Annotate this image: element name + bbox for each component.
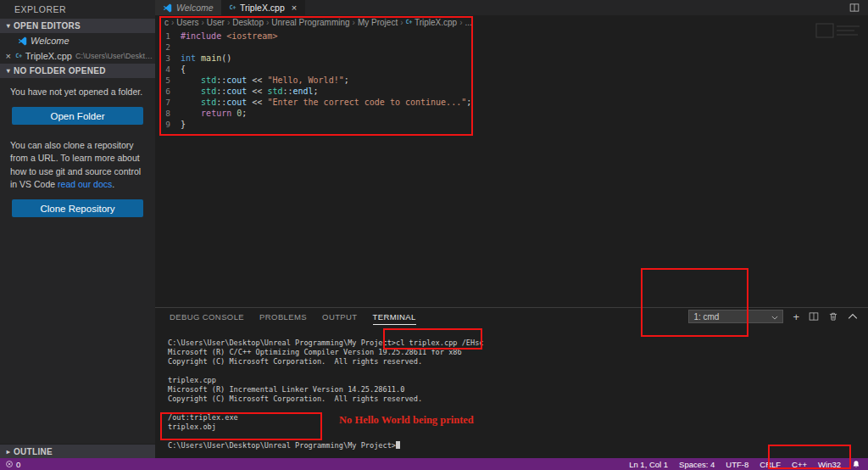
maximize-panel-icon[interactable] (848, 311, 858, 322)
terminal-line: Microsoft (R) C/C++ Optimizing Compiler … (168, 348, 484, 357)
breadcrumb: c › Users › User › Desktop › Unreal Prog… (155, 15, 868, 29)
tab-triplex-cpp[interactable]: C+ TripleX.cpp × (222, 0, 306, 15)
tab-terminal[interactable]: TERMINAL (373, 309, 416, 325)
code-line[interactable]: 7 std::cout << "Enter the correct code t… (155, 97, 471, 108)
terminal-select-value: 1: cmd (693, 312, 719, 322)
problems-count: 0 (16, 460, 20, 469)
tab-label: TripleX.cpp (240, 3, 285, 13)
open-folder-button[interactable]: Open Folder (12, 107, 143, 125)
terminal-cursor (396, 441, 400, 449)
terminal-line: C:\Users\User\Desktop\Unreal Programming… (168, 441, 484, 450)
chevron-down-icon: ▾ (3, 67, 14, 75)
chevron-right-icon: ▸ (3, 448, 14, 456)
code-line[interactable]: 3int main() (155, 53, 471, 64)
eol-sequence[interactable]: CRLF (760, 460, 781, 469)
breadcrumb-separator-icon: › (400, 18, 403, 27)
breadcrumb-separator-icon: › (266, 18, 269, 27)
cursor-position[interactable]: Ln 1, Col 1 (629, 460, 668, 469)
open-editor-path: C:\Users\User\Desktop\... (75, 52, 155, 60)
panel-tabs: DEBUG CONSOLE PROBLEMS OUTPUT TERMINAL (155, 309, 416, 325)
no-folder-section-header[interactable]: ▾ NO FOLDER OPENED (0, 64, 155, 78)
chevron-down-icon: ▾ (3, 22, 14, 30)
split-editor-icon[interactable] (849, 3, 860, 13)
problems-indicator[interactable]: 0 (0, 460, 20, 469)
explorer-title: EXPLORER (0, 0, 155, 19)
chevron-down-icon (771, 312, 778, 322)
kill-terminal-icon[interactable] (828, 311, 838, 322)
code-editor[interactable]: 1#include <iostream>23int main()4{5 std:… (155, 31, 471, 130)
indentation[interactable]: Spaces: 4 (679, 460, 715, 469)
status-bar: 0 Ln 1, Col 1 Spaces: 4 UTF-8 CRLF C++ W… (0, 458, 868, 470)
terminal-output[interactable]: C:\Users\User\Desktop\Unreal Programming… (168, 339, 484, 450)
language-mode[interactable]: C++ (792, 460, 807, 469)
breadcrumb-item[interactable]: c (164, 18, 169, 27)
cpp-file-icon: C+ (15, 53, 21, 59)
terminal-line (168, 432, 484, 441)
code-line[interactable]: 2 (155, 42, 471, 53)
platform-toolset[interactable]: Win32 (818, 460, 841, 469)
breadcrumb-item[interactable]: User (207, 18, 225, 27)
code-line[interactable]: 6 std::cout << std::endl; (155, 86, 471, 97)
editor-tab-bar: Welcome C+ TripleX.cpp × (155, 0, 868, 15)
line-number: 9 (155, 119, 181, 130)
new-terminal-icon[interactable]: + (793, 311, 799, 322)
breadcrumb-item[interactable]: My Project (358, 18, 398, 27)
open-editor-label: TripleX.cpp (25, 51, 72, 61)
breadcrumb-item[interactable]: ... (465, 18, 472, 27)
breadcrumb-item-file[interactable]: C+ TripleX.cpp (406, 18, 458, 27)
close-tab-icon[interactable]: × (292, 3, 297, 13)
line-number: 8 (155, 108, 181, 119)
tab-problems[interactable]: PROBLEMS (259, 309, 307, 325)
vscode-window: EXPLORER ▾ OPEN EDITORS Welcome × C+ Tri… (0, 0, 868, 470)
code-text: std::cout << std::endl; (181, 86, 319, 97)
breadcrumb-item[interactable]: Users (176, 18, 198, 27)
code-text: int main() (181, 53, 231, 64)
vscode-logo-icon (18, 36, 27, 46)
breadcrumb-separator-icon: › (459, 18, 462, 27)
vscode-logo-icon (163, 3, 172, 13)
code-line[interactable]: 1#include <iostream> (155, 31, 471, 42)
split-terminal-icon[interactable] (809, 311, 819, 322)
tab-debug-console[interactable]: DEBUG CONSOLE (170, 309, 244, 325)
code-line[interactable]: 5 std::cout << "Hello, World!"; (155, 75, 471, 86)
editor-actions (849, 0, 868, 15)
line-number: 2 (155, 42, 181, 53)
terminal-line: /out:triplex.exe (168, 413, 484, 422)
code-line[interactable]: 8 return 0; (155, 108, 471, 119)
breadcrumb-separator-icon: › (201, 18, 203, 27)
open-editors-section-header[interactable]: ▾ OPEN EDITORS (0, 19, 155, 33)
breadcrumb-item: TripleX.cpp (415, 18, 457, 27)
clone-repository-button[interactable]: Clone Repository (12, 199, 143, 217)
no-folder-message: You have not yet opened a folder. (0, 78, 155, 104)
open-editor-item-triplex[interactable]: × C+ TripleX.cpp C:\Users\User\Desktop\.… (0, 48, 155, 64)
breadcrumb-separator-icon: › (353, 18, 355, 27)
line-number: 6 (155, 86, 181, 97)
outline-label: OUTLINE (14, 447, 53, 456)
annotation-box-terminal-dropdown (641, 268, 748, 337)
code-line[interactable]: 9} (155, 119, 471, 130)
code-line[interactable]: 4{ (155, 64, 471, 75)
outline-section-header[interactable]: ▸ OUTLINE (0, 444, 155, 458)
line-number: 7 (155, 97, 181, 108)
code-text: return 0; (181, 108, 247, 119)
notifications-bell-icon[interactable] (852, 460, 860, 468)
clone-message-period: . (112, 179, 114, 189)
no-folder-label: NO FOLDER OPENED (14, 66, 106, 76)
cpp-file-icon: C+ (230, 4, 236, 11)
error-circle-icon (5, 460, 14, 468)
encoding[interactable]: UTF-8 (726, 460, 748, 469)
close-icon[interactable]: × (4, 51, 12, 61)
open-editor-item-welcome[interactable]: Welcome (0, 33, 155, 48)
terminal-line: C:\Users\User\Desktop\Unreal Programming… (168, 339, 484, 348)
clone-message: You can also clone a repository from a U… (0, 131, 155, 196)
tab-output[interactable]: OUTPUT (322, 309, 357, 325)
open-editors-label: OPEN EDITORS (14, 21, 81, 31)
breadcrumb-item[interactable]: Unreal Programming (271, 18, 349, 27)
breadcrumb-item[interactable]: Desktop (232, 18, 264, 27)
read-our-docs-link[interactable]: read our docs (58, 179, 112, 189)
cpp-file-icon: C+ (406, 19, 412, 25)
tab-welcome[interactable]: Welcome (155, 0, 222, 15)
code-text: std::cout << "Hello, World!"; (181, 75, 349, 86)
terminal-select[interactable]: 1: cmd (688, 310, 783, 323)
terminal-toolbar: 1: cmd + (688, 310, 868, 323)
